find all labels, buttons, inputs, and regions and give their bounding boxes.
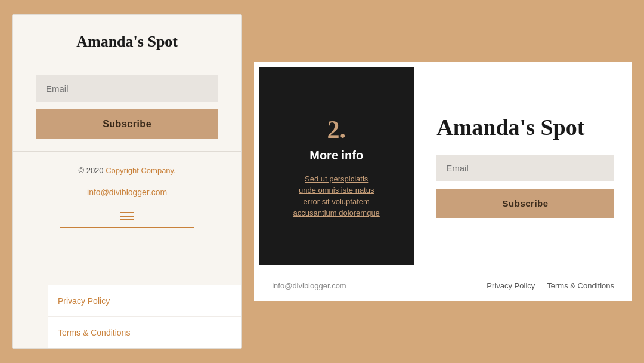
menu-icon-wrapper — [36, 212, 218, 220]
right-panel: 2. More info Sed ut perspiciatis unde om… — [254, 62, 632, 301]
footer-privacy-link[interactable]: Privacy Policy — [487, 281, 535, 290]
card-heading: More info — [309, 149, 363, 162]
menu-line-3 — [120, 219, 134, 220]
left-top-section: Amanda's Spot Subscribe — [13, 15, 242, 152]
copyright-text: © 2020 Copyright Company. — [36, 166, 218, 175]
card-link-3[interactable]: error sit voluptatem — [304, 197, 370, 206]
card-links: Sed ut perspiciatis unde omnis iste natu… — [293, 174, 380, 217]
menu-item-terms[interactable]: Terms & Conditions — [48, 317, 242, 348]
card-link-2[interactable]: unde omnis iste natus — [299, 186, 374, 195]
right-top-section: 2. More info Sed ut perspiciatis unde om… — [254, 62, 632, 270]
right-footer: info@diviblogger.com Privacy Policy Term… — [254, 270, 632, 301]
left-subscribe-button[interactable]: Subscribe — [36, 109, 218, 139]
menu-line-2 — [120, 216, 134, 217]
left-site-title: Amanda's Spot — [36, 33, 218, 51]
left-menu: Privacy Policy Terms & Conditions — [48, 285, 242, 348]
copyright-highlight: Copyright Company. — [106, 166, 176, 175]
contact-email-link[interactable]: info@diviblogger.com — [87, 187, 167, 197]
right-email-input[interactable] — [436, 155, 614, 182]
right-subscribe-section: Amanda's Spot Subscribe — [419, 62, 632, 270]
right-site-title: Amanda's Spot — [436, 114, 614, 140]
info-card: 2. More info Sed ut perspiciatis unde om… — [259, 67, 414, 265]
left-email-input[interactable] — [36, 75, 218, 102]
footer-email: info@diviblogger.com — [272, 281, 346, 290]
menu-item-privacy[interactable]: Privacy Policy — [48, 285, 242, 317]
hamburger-menu-icon[interactable] — [36, 212, 218, 220]
title-divider — [36, 63, 218, 63]
menu-line-1 — [120, 212, 134, 213]
footer-links: Privacy Policy Terms & Conditions — [487, 281, 614, 290]
card-number: 2. — [327, 115, 346, 144]
left-middle-section: © 2020 Copyright Company. info@diviblogg… — [13, 152, 242, 285]
right-subscribe-button[interactable]: Subscribe — [436, 189, 614, 218]
card-link-4[interactable]: accusantium doloremque — [293, 208, 380, 217]
card-link-1[interactable]: Sed ut perspiciatis — [305, 174, 368, 183]
footer-terms-link[interactable]: Terms & Conditions — [547, 281, 614, 290]
menu-divider — [60, 227, 194, 228]
left-panel: Amanda's Spot Subscribe © 2020 Copyright… — [12, 14, 242, 349]
